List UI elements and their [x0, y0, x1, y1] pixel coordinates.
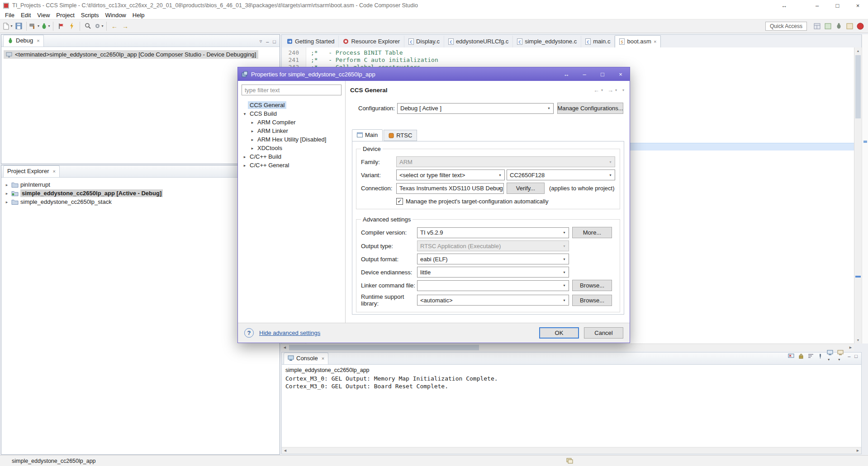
dialog-titlebar[interactable]: Properties for simple_eddystone_cc2650lp…	[238, 67, 630, 81]
dialog-minimize-button[interactable]: –	[575, 67, 593, 81]
expander-icon[interactable]: ▸	[4, 191, 9, 196]
forward-history-button[interactable]: →	[120, 21, 130, 32]
tree-collapsed-icon[interactable]: ▸	[249, 129, 256, 133]
history-forward-icon[interactable]: →	[607, 87, 613, 94]
ccs-edit-perspective-button[interactable]	[823, 21, 833, 32]
debug-caret-icon[interactable]: ▾	[48, 24, 50, 28]
scroll-right-icon[interactable]: ▶	[854, 447, 861, 454]
debug-minimize-icon[interactable]: –	[266, 39, 269, 44]
help-icon[interactable]: ?	[244, 328, 254, 338]
connection-select[interactable]: Texas Instruments XDS110 USB Debug Prob …	[396, 183, 504, 194]
combo-arrow-icon[interactable]: ▾	[560, 254, 569, 264]
expander-icon[interactable]: ▸	[4, 183, 9, 187]
console-maximize-icon[interactable]: □	[854, 353, 858, 359]
open-perspective-button[interactable]	[812, 21, 822, 32]
scroll-lock-icon[interactable]	[798, 353, 804, 359]
tab-close-icon[interactable]: ×	[654, 39, 656, 44]
simplelink-red-button[interactable]	[855, 21, 865, 32]
display-console-caret-icon[interactable]: ▾	[828, 358, 830, 362]
variant-filter-select[interactable]: <select or type filter text> ▾	[396, 169, 505, 180]
tab-simple-eddystone-c[interactable]: c simple_eddystone.c	[513, 36, 581, 47]
tree-collapsed-icon[interactable]: ▸	[249, 146, 256, 151]
debug-maximize-icon[interactable]: □	[273, 39, 276, 44]
runtime-support-library-select[interactable]: <automatic> ▾	[417, 295, 569, 306]
history-forward-caret-icon[interactable]: ▾	[615, 88, 617, 92]
tab-boot-asm[interactable]: s boot.asm ×	[615, 35, 661, 48]
tab-display-c[interactable]: c Display.c	[404, 36, 444, 47]
debug-button[interactable]: ▾	[40, 21, 50, 32]
debug-tab-close-icon[interactable]: ×	[37, 38, 39, 43]
menu-edit[interactable]: Edit	[18, 12, 34, 19]
tab-rtsc[interactable]: RTSC	[384, 130, 417, 141]
combo-arrow-icon[interactable]: ▾	[606, 170, 615, 180]
tab-eddystoneurlcfg-c[interactable]: c eddystoneURLCfg.c	[444, 36, 513, 47]
build-button[interactable]: ▾	[29, 21, 39, 32]
project-explorer-close-icon[interactable]: ×	[52, 169, 55, 174]
console-minimize-icon[interactable]: –	[848, 353, 850, 359]
expander-icon[interactable]: ▸	[4, 200, 9, 204]
menu-view[interactable]: View	[34, 12, 53, 19]
clear-console-icon[interactable]	[788, 353, 794, 359]
tree-expanded-icon[interactable]: ▾	[242, 112, 248, 116]
close-button[interactable]: ×	[848, 0, 868, 11]
flash-button[interactable]	[67, 21, 77, 32]
variant-select[interactable]: CC2650F128 ▾	[507, 169, 615, 180]
linker-command-file-select[interactable]: ▾	[417, 280, 569, 291]
tree-item-ccs-general[interactable]: CCS General	[242, 101, 342, 109]
quick-access-button[interactable]: Quick Access	[765, 22, 807, 31]
combo-arrow-icon[interactable]: ▾	[496, 170, 504, 180]
combo-arrow-icon[interactable]: ▾	[495, 184, 503, 193]
page-menu-caret-icon[interactable]: ▾	[622, 88, 624, 92]
combo-arrow-icon[interactable]: ▾	[560, 267, 569, 277]
scrollbar-thumb[interactable]	[855, 55, 861, 118]
filter-input[interactable]	[242, 85, 342, 95]
verify-button[interactable]: Verify...	[507, 183, 545, 194]
pin-console-icon[interactable]	[818, 353, 823, 359]
compiler-version-select[interactable]: TI v5.2.9 ▾	[417, 227, 569, 238]
runtime-browse-button[interactable]: Browse...	[572, 295, 612, 306]
scroll-left-icon[interactable]: ◀	[281, 344, 288, 351]
cancel-button[interactable]: Cancel	[584, 327, 623, 339]
console-horizontal-scrollbar[interactable]: ◀ ▶	[282, 447, 861, 454]
tree-collapsed-icon[interactable]: ▸	[249, 120, 256, 125]
debug-view-menu-icon[interactable]: ▿	[260, 38, 262, 44]
open-console-icon[interactable]: ▾	[837, 350, 844, 362]
open-console-caret-icon[interactable]: ▾	[838, 358, 840, 362]
minimize-button[interactable]: –	[807, 0, 827, 11]
output-format-select[interactable]: eabi (ELF) ▾	[417, 254, 569, 264]
dialog-close-button[interactable]: ×	[612, 67, 630, 81]
scroll-down-icon[interactable]: ▼	[854, 337, 862, 344]
word-wrap-icon[interactable]	[808, 353, 814, 358]
combo-arrow-icon[interactable]: ▾	[560, 228, 569, 238]
device-endianness-select[interactable]: little ▾	[417, 267, 569, 278]
combo-arrow-icon[interactable]: ▾	[545, 104, 553, 113]
tab-main[interactable]: Main	[352, 129, 383, 141]
debug-session-item[interactable]: <terminated>simple_eddystone_cc2650lp_ap…	[4, 50, 258, 59]
save-button[interactable]	[14, 21, 24, 32]
tree-item-arm-linker[interactable]: ▸ ARM Linker	[242, 127, 342, 135]
tree-collapsed-icon[interactable]: ▸	[249, 137, 256, 142]
settings-gear-button[interactable]: ▾	[94, 21, 104, 32]
editor-vertical-scrollbar[interactable]: ▲ ▼	[854, 47, 862, 344]
hide-advanced-settings-link[interactable]: Hide advanced settings	[259, 329, 320, 336]
menu-window[interactable]: Window	[102, 12, 129, 19]
more-button[interactable]: More...	[572, 227, 612, 238]
console-tab-close-icon[interactable]: ×	[322, 356, 324, 361]
new-wizard-caret-icon[interactable]: ▾	[10, 24, 12, 28]
new-target-config-button[interactable]	[56, 21, 66, 32]
sync-perspective-button[interactable]	[844, 21, 854, 32]
linker-browse-button[interactable]: Browse...	[572, 280, 612, 291]
tab-debug[interactable]: Debug ×	[3, 35, 44, 47]
display-console-icon[interactable]: ▾	[827, 350, 833, 362]
tree-item-ccs-build[interactable]: ▾ CCS Build	[242, 109, 342, 118]
history-back-caret-icon[interactable]: ▾	[601, 88, 603, 92]
menu-file[interactable]: File	[2, 12, 18, 19]
manage-configurations-button[interactable]: Manage Configurations...	[557, 103, 623, 114]
editor-horizontal-scrollbar[interactable]: ◀ ▶	[281, 344, 854, 351]
new-wizard-button[interactable]: ▾	[3, 21, 13, 32]
combo-arrow-icon[interactable]: ▾	[560, 295, 569, 305]
history-back-icon[interactable]: ←	[593, 87, 599, 94]
scrollbar-thumb[interactable]	[289, 345, 479, 350]
search-button[interactable]	[83, 21, 93, 32]
manage-target-config-checkbox[interactable]: ✓	[396, 198, 403, 205]
